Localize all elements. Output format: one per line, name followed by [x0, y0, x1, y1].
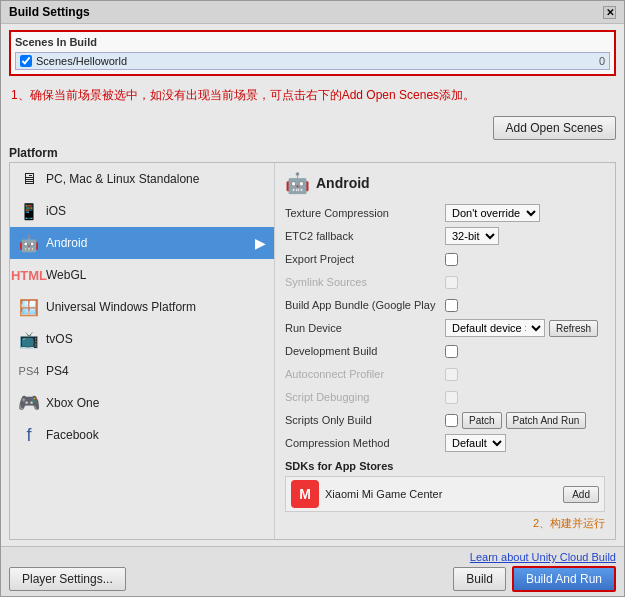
ps4-icon: PS4 [18, 360, 40, 382]
etc2-fallback-value: 32-bit [445, 227, 605, 245]
symlink-sources-row: Symlink Sources [285, 272, 605, 292]
add-open-scenes-button[interactable]: Add Open Scenes [493, 116, 616, 140]
scenes-in-build-section: Scenes In Build Scenes/Helloworld 0 [9, 30, 616, 76]
android-title-label: Android [316, 175, 370, 191]
platform-item-standalone[interactable]: 🖥 PC, Mac & Linux Standalone [10, 163, 274, 195]
platform-content: 🖥 PC, Mac & Linux Standalone 📱 iOS 🤖 And… [9, 162, 616, 540]
title-bar: Build Settings ✕ [1, 1, 624, 24]
texture-compression-label: Texture Compression [285, 207, 445, 219]
development-build-label: Development Build [285, 345, 445, 357]
scripts-only-build-row: Scripts Only Build Patch Patch And Run [285, 410, 605, 430]
build-app-bundle-row: Build App Bundle (Google Play [285, 295, 605, 315]
export-project-value [445, 253, 605, 266]
texture-compression-select[interactable]: Don't override [445, 204, 540, 222]
compression-method-value: Default [445, 434, 605, 452]
export-project-label: Export Project [285, 253, 445, 265]
sdk-item-row: M Xiaomi Mi Game Center Add [285, 476, 605, 512]
run-device-label: Run Device [285, 322, 445, 334]
etc2-fallback-label: ETC2 fallback [285, 230, 445, 242]
texture-compression-value: Don't override [445, 204, 605, 222]
platform-item-tvos[interactable]: 📺 tvOS [10, 323, 274, 355]
scene-index: 0 [599, 55, 605, 67]
development-build-checkbox[interactable] [445, 345, 458, 358]
autoconnect-profiler-value [445, 368, 605, 381]
scripts-only-build-label: Scripts Only Build [285, 414, 445, 426]
run-device-value: Default device ‡ Refresh [445, 319, 605, 337]
platform-item-ps4[interactable]: PS4 PS4 [10, 355, 274, 387]
platform-item-uwp[interactable]: 🪟 Universal Windows Platform [10, 291, 274, 323]
platform-item-ps4-label: PS4 [46, 364, 69, 378]
script-debugging-label: Script Debugging [285, 391, 445, 403]
patch-and-run-button[interactable]: Patch And Run [506, 412, 587, 429]
scenes-section-label: Scenes In Build [15, 36, 610, 48]
platform-item-facebook-label: Facebook [46, 428, 99, 442]
close-button[interactable]: ✕ [603, 6, 616, 19]
sdk-section-label: SDKs for App Stores [285, 460, 605, 472]
platform-label: Platform [9, 146, 616, 160]
player-settings-button[interactable]: Player Settings... [9, 567, 126, 591]
scripts-only-build-value: Patch Patch And Run [445, 412, 605, 429]
annotation-text: 2、构建并运行 [533, 517, 605, 529]
platform-item-ios[interactable]: 📱 iOS [10, 195, 274, 227]
platform-item-webgl-label: WebGL [46, 268, 86, 282]
platform-item-xbox[interactable]: 🎮 Xbox One [10, 387, 274, 419]
script-debugging-value [445, 391, 605, 404]
tvos-icon: 📺 [18, 328, 40, 350]
build-button[interactable]: Build [453, 567, 506, 591]
autoconnect-profiler-checkbox[interactable] [445, 368, 458, 381]
export-project-checkbox[interactable] [445, 253, 458, 266]
script-debugging-checkbox[interactable] [445, 391, 458, 404]
scene-name: Scenes/Helloworld [36, 55, 595, 67]
script-debugging-row: Script Debugging [285, 387, 605, 407]
android-title-icon: 🤖 [285, 171, 310, 195]
build-app-bundle-checkbox[interactable] [445, 299, 458, 312]
platform-item-xbox-label: Xbox One [46, 396, 99, 410]
xiaomi-icon: M [291, 480, 319, 508]
webgl-icon: HTML [18, 264, 40, 286]
standalone-icon: 🖥 [18, 168, 40, 190]
scene-checkbox[interactable] [20, 55, 32, 67]
learn-about-cloud-build-link[interactable]: Learn about Unity Cloud Build [470, 551, 616, 563]
build-settings-window: Build Settings ✕ Scenes In Build Scenes/… [0, 0, 625, 597]
etc2-fallback-row: ETC2 fallback 32-bit [285, 226, 605, 246]
sdk-add-button[interactable]: Add [563, 486, 599, 503]
ios-icon: 📱 [18, 200, 40, 222]
platform-item-facebook[interactable]: f Facebook [10, 419, 274, 451]
compression-method-select[interactable]: Default [445, 434, 506, 452]
bottom-bar-links: Learn about Unity Cloud Build [9, 551, 616, 563]
scenes-list: Scenes/Helloworld 0 [15, 52, 610, 70]
android-header: 🤖 Android [285, 171, 605, 195]
refresh-button[interactable]: Refresh [549, 320, 598, 337]
add-open-scenes-row: Add Open Scenes [9, 114, 616, 142]
platform-item-webgl[interactable]: HTML WebGL [10, 259, 274, 291]
compression-method-row: Compression Method Default [285, 433, 605, 453]
platform-item-ios-label: iOS [46, 204, 66, 218]
development-build-row: Development Build [285, 341, 605, 361]
build-app-bundle-label: Build App Bundle (Google Play [285, 299, 445, 311]
development-build-value [445, 345, 605, 358]
bottom-buttons: Player Settings... Build Build And Run [9, 566, 616, 592]
run-device-row: Run Device Default device ‡ Refresh [285, 318, 605, 338]
build-and-run-button[interactable]: Build And Run [512, 566, 616, 592]
scene-item: Scenes/Helloworld 0 [15, 52, 610, 70]
facebook-icon: f [18, 424, 40, 446]
build-app-bundle-value [445, 299, 605, 312]
platform-item-android[interactable]: 🤖 Android ▶ [10, 227, 274, 259]
run-device-select[interactable]: Default device ‡ [445, 319, 545, 337]
android-selected-arrow: ▶ [255, 235, 266, 251]
platform-area: Platform 🖥 PC, Mac & Linux Standalone 📱 … [9, 146, 616, 540]
sdk-name: Xiaomi Mi Game Center [325, 488, 557, 500]
xbox-icon: 🎮 [18, 392, 40, 414]
compression-method-label: Compression Method [285, 437, 445, 449]
texture-compression-row: Texture Compression Don't override [285, 203, 605, 223]
symlink-sources-value [445, 276, 605, 289]
platform-list: 🖥 PC, Mac & Linux Standalone 📱 iOS 🤖 And… [10, 163, 275, 539]
main-content: Scenes In Build Scenes/Helloworld 0 1、确保… [1, 24, 624, 546]
scripts-only-build-checkbox[interactable] [445, 414, 458, 427]
instruction-text: 1、确保当前场景被选中，如没有出现当前场景，可点击右下的Add Open Sce… [9, 80, 616, 110]
annotation-build-run: 2、构建并运行 [285, 516, 605, 531]
etc2-fallback-select[interactable]: 32-bit [445, 227, 499, 245]
symlink-sources-checkbox[interactable] [445, 276, 458, 289]
patch-button[interactable]: Patch [462, 412, 502, 429]
bottom-bar: Learn about Unity Cloud Build Player Set… [1, 546, 624, 596]
